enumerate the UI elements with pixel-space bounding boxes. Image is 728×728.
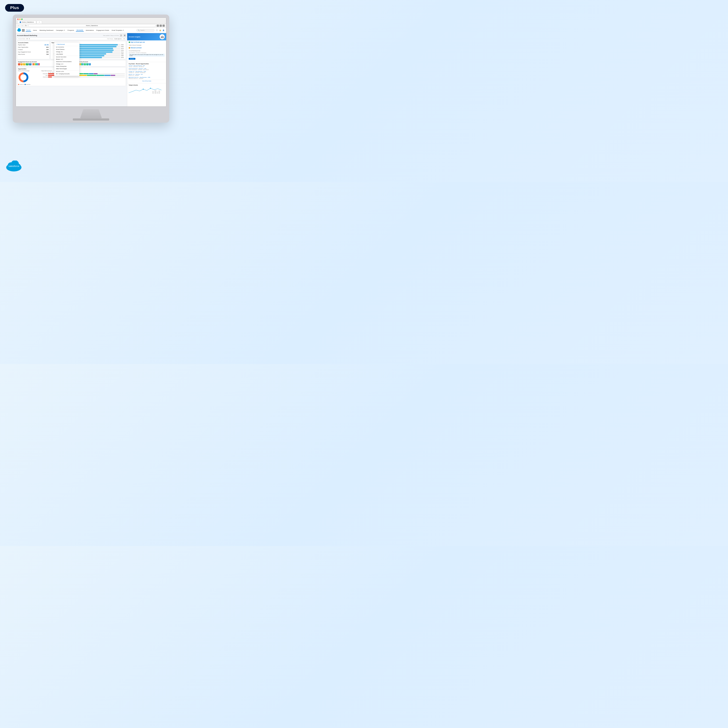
stats-list: Pipeline Value $9.7M Open Opportunities … [18,44,49,55]
view-all-key-deals[interactable]: View All Key Deals [128,80,165,82]
minimize-dot[interactable] [19,18,21,20]
nav-item-campaigns[interactable]: Campaigns [55,29,65,32]
donut-chart [18,72,29,83]
monitor-screen: Home | Salesforce + ← → ↻ Home | Salesfo… [16,17,166,107]
settings-icon[interactable] [162,24,165,27]
stat-sales-events: Sales Events 728 [18,54,49,55]
search-icon: 🔍 [138,30,139,31]
svg-point-4 [150,88,151,89]
date-range-label: Date Range [107,38,113,39]
dashboard-header: Account-Based Marketing Data updated: To… [17,34,126,37]
stat-avg-engagement: Avg. Engagement Score 192 [18,51,49,53]
deal-3-date: Omega, Inc. · 12/2/2021 · $31,860.00 [128,72,165,73]
account-name-value: All [26,38,28,39]
insight-2-note: The open rate for this email is 5% highe… [128,54,165,57]
salesforce-text: salesforce [8,165,19,167]
nav-item-prospects[interactable]: Prospects [67,29,75,32]
account-name-chevron[interactable] [29,38,30,39]
list-all-company[interactable]: All - Company Accounts [54,73,80,75]
date-range-chevron[interactable] [124,38,125,39]
app-launcher-icon[interactable] [22,29,24,32]
nav-item-email-templates[interactable]: Email Templates [111,29,125,32]
stage-value-section: Stage Value by Account $2$4w$6a$9a$8a$10… [41,70,125,85]
svg-point-3 [143,89,144,90]
active-tab[interactable]: Home | Salesforce [17,21,36,23]
recent-records-title: Recent records [54,56,80,58]
svg-rect-8 [159,90,160,94]
search-placeholder: Search... [140,30,145,31]
sales-events-card: Sales Events by Account 63 56 [72,60,126,66]
settings-icon[interactable]: ⚙ [123,34,126,37]
bookmark-icon[interactable] [157,24,159,27]
insight-relevant-email: Relevant List Email Annual Marketing Ema… [128,47,165,60]
favorite-larry[interactable]: Larry Baxter [54,53,80,55]
svg-rect-6 [154,90,156,94]
recent-allied[interactable]: Allied Technologies [54,67,80,70]
maximize-dot[interactable] [21,18,23,20]
tab-title: Home | Salesforce [22,21,34,23]
new-account-item[interactable]: + New Account [54,43,80,46]
nav-item-marketing-dashboard[interactable]: Marketing Dashboard [39,29,54,32]
monitor-base [73,118,109,121]
profile-avatar[interactable]: 👤 [162,29,165,32]
nav-item-engagement-studio[interactable]: Engagement Studio [96,29,110,32]
insight-2-sub: Annual Marketing Email [128,50,140,51]
sales-events-title: Sales Events by Account [73,61,125,63]
data-updated: Data updated: Today at 2:02 AM [103,35,119,36]
einstein-title: Einstein Insights [128,36,140,38]
browser-tabs: Home | Salesforce + [17,21,165,23]
forward-button[interactable]: → [21,24,23,27]
new-tab-button[interactable]: + [37,21,42,23]
nav-item-home[interactable]: Home [32,29,37,32]
einstein-header: Einstein Insights 🤖 [127,33,166,40]
insight-high-open-rate: High List Email open rate Twitter Inboun… [128,41,165,46]
dismiss-button[interactable]: Dismiss [128,58,135,60]
deal-2-date: Haven Enterprises · 1/14/2022 · $115,000… [128,69,165,70]
recent-advanced-comm[interactable]: Advanced Communications [54,60,80,63]
positive-indicator [128,41,130,43]
account-name-label: Account Name [18,38,25,39]
favorite-omega[interactable]: Omega, Inc. [54,50,80,53]
help-icon[interactable]: ? [156,29,158,32]
accounts-dropdown: + New Account My Favorites Acme Partners… [54,42,80,76]
deal-4: Biosan, LLC - Services - 12K Biosan, LLC… [128,74,165,76]
browser-toolbar: ← → ↻ Home | Salesforce [16,24,166,28]
browser-traffic-lights [17,18,165,20]
stat-pipeline-value: Pipeline Value $9.7M [18,44,49,46]
deal-5: Missoula & Sons Inc. - New Business - 10… [128,77,165,79]
stage-closed-lost: Closed Lost [41,76,125,78]
notifications-icon[interactable]: 🔔 [159,29,161,32]
revenue-title: Revenue Win Percentage [18,70,40,71]
nav-item-accounts[interactable]: Accounts [76,29,84,32]
sales-events-badges: 63 56 72 [73,63,125,65]
recent-biosan[interactable]: Biosan, LLC. [54,58,80,60]
main-content: Account-Based Marketing Data updated: To… [16,33,166,107]
refresh-button[interactable]: ↻ [24,24,27,27]
stat-contacts: Contacts 140 [18,49,49,50]
share-icon[interactable]: ↗ [120,34,122,37]
monitor-wrapper: Home | Salesforce + ← → ↻ Home | Salesfo… [13,15,169,123]
address-bar[interactable]: Home | Salesforce [28,24,156,27]
insight-2-label: Relevant List Email [131,47,142,48]
nav-item-pardot[interactable]: Pardot [26,29,31,32]
deal-1: Tyconet - Add-On Business - 70K Tyconet … [128,65,165,67]
stage-closed-won: Closed Won [41,73,125,74]
recent-haven[interactable]: Haven Enterprises [54,65,80,67]
svg-rect-5 [152,91,154,94]
sf-search-bar[interactable]: 🔍 Search... [136,29,154,32]
warning-indicator [128,47,130,49]
todays-events-title: Today's Events [128,84,165,86]
deal-3: Omega, Inc. - New Business - 125K Omega,… [128,71,165,73]
insight-1-label: High List Email open rate [131,41,145,43]
browser-actions [157,24,165,27]
profile-icon[interactable] [160,24,162,27]
accounts-details-title: Accounts Details [18,42,49,43]
monitor-chin [16,107,166,109]
nav-item-automations[interactable]: Automations [85,29,94,32]
back-button[interactable]: ← [17,24,20,27]
favorite-acme[interactable]: Acme Partners [54,48,80,50]
recent-omega-llc[interactable]: Omega, LLC. [54,63,80,65]
sf-nav-items: Pardot Home Marketing Dashboard Campaign… [26,29,135,32]
donut-legend: Closed Lost Closed Won [18,84,40,85]
close-dot[interactable] [17,18,18,20]
